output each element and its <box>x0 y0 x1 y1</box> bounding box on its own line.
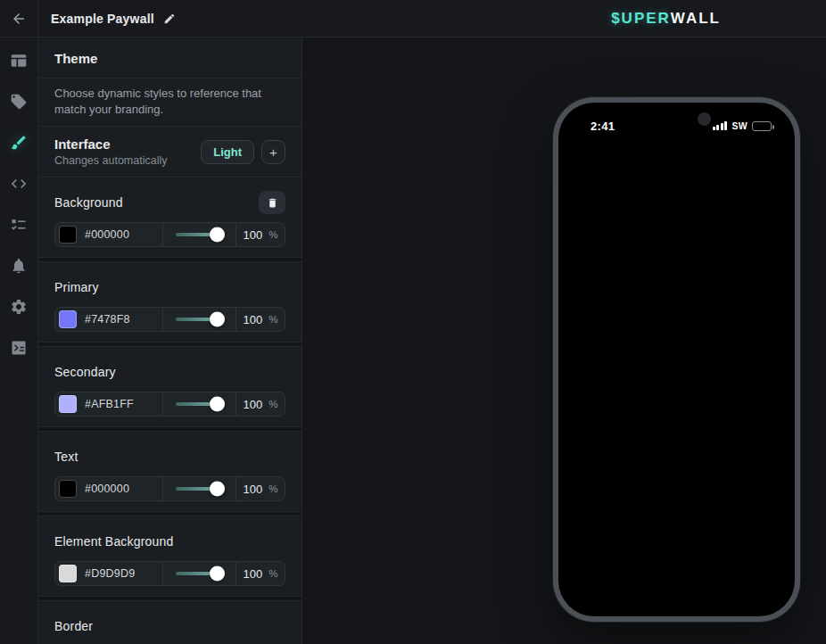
layout-icon <box>10 52 28 70</box>
color-hex-value: #D9D9D9 <box>85 567 135 580</box>
slider-thumb[interactable] <box>210 227 225 243</box>
opacity-slider[interactable] <box>163 308 235 331</box>
opacity-field[interactable]: 100 % <box>236 223 285 246</box>
color-swatch[interactable] <box>59 565 77 582</box>
color-hex-value: #000000 <box>85 483 129 495</box>
sidebar-item-variables[interactable] <box>10 339 28 357</box>
edit-title-button[interactable] <box>163 12 176 25</box>
color-hex-value: #000000 <box>85 228 129 241</box>
code-icon <box>10 175 28 193</box>
color-section: Border #B3B3B3 100 <box>38 601 301 644</box>
color-sections-list: Background #000000 100 <box>38 178 301 644</box>
opacity-field[interactable]: 100 % <box>236 477 285 500</box>
color-control-row: #D9D9D9 100 % <box>54 561 285 586</box>
slider-thumb[interactable] <box>210 397 225 412</box>
color-picker-field[interactable]: #AFB1FF <box>55 392 162 416</box>
slider-thumb[interactable] <box>210 482 225 497</box>
slider-track[interactable] <box>176 402 223 406</box>
color-label: Text <box>54 450 78 464</box>
opacity-value: 100 <box>244 398 263 411</box>
opacity-value: 100 <box>244 567 263 581</box>
add-interface-button[interactable]: + <box>261 140 285 164</box>
color-control-row: #AFB1FF 100 % <box>54 392 285 417</box>
color-control-row: #7478F8 100 % <box>54 307 285 332</box>
color-label: Element Background <box>54 534 174 549</box>
opacity-value: 100 <box>244 313 263 326</box>
slider-thumb[interactable] <box>210 566 225 582</box>
opacity-unit: % <box>268 314 277 325</box>
pencil-icon <box>163 12 176 25</box>
opacity-slider[interactable] <box>163 223 235 246</box>
color-swatch[interactable] <box>59 310 77 328</box>
cellular-signal-icon <box>713 121 728 130</box>
sidebar-item-code[interactable] <box>10 175 28 193</box>
preview-canvas: 2:41 SW <box>302 37 826 644</box>
camera-dot <box>698 112 711 126</box>
top-bar: Example Paywall $UPERWALL <box>0 0 826 37</box>
bell-icon <box>10 257 28 275</box>
opacity-field[interactable]: 100 % <box>236 308 285 331</box>
status-time: 2:41 <box>591 120 615 133</box>
slider-track[interactable] <box>176 233 223 236</box>
logo-prefix: $UPER <box>611 10 671 28</box>
phone-screen[interactable]: 2:41 SW <box>558 103 795 616</box>
interface-label-group: Interface Changes automatically <box>54 136 167 168</box>
back-arrow-icon <box>11 11 27 27</box>
icon-sidebar <box>0 37 38 644</box>
opacity-value: 100 <box>244 483 263 496</box>
opacity-value: 100 <box>244 228 263 242</box>
color-picker-field[interactable]: #D9D9D9 <box>55 562 162 585</box>
sidebar-item-theme[interactable] <box>10 134 28 152</box>
interface-mode-button[interactable]: Light <box>201 140 254 164</box>
gear-icon <box>10 298 28 316</box>
slider-track[interactable] <box>176 572 223 575</box>
back-button[interactable] <box>0 0 38 37</box>
interface-subtitle: Changes automatically <box>54 153 167 168</box>
color-label: Background <box>54 195 123 210</box>
tag-icon <box>10 93 28 111</box>
slider-thumb[interactable] <box>210 312 225 327</box>
color-section: Secondary #AFB1FF 100 <box>38 347 301 427</box>
opacity-slider[interactable] <box>163 392 235 416</box>
theme-panel: Theme Choose dynamic styles to reference… <box>38 37 302 644</box>
color-hex-value: #7478F8 <box>85 313 130 326</box>
opacity-unit: % <box>268 568 277 579</box>
brush-icon <box>10 134 28 152</box>
opacity-slider[interactable] <box>163 477 235 500</box>
battery-icon <box>752 121 772 131</box>
color-picker-field[interactable]: #7478F8 <box>55 308 162 331</box>
color-control-row: #000000 100 % <box>54 476 285 501</box>
sidebar-item-settings[interactable] <box>10 298 28 316</box>
panel-description: Choose dynamic styles to reference that … <box>54 86 285 118</box>
color-label: Secondary <box>54 365 116 379</box>
panel-title: Theme <box>54 51 285 66</box>
sidebar-item-notifications[interactable] <box>10 257 28 275</box>
opacity-slider[interactable] <box>163 562 235 585</box>
opacity-unit: % <box>268 229 277 240</box>
opacity-field[interactable]: 100 % <box>236 392 285 416</box>
sidebar-item-rules[interactable] <box>10 216 28 234</box>
color-swatch[interactable] <box>59 226 77 244</box>
sidebar-item-products[interactable] <box>10 93 28 111</box>
opacity-field[interactable]: 100 % <box>236 562 285 585</box>
color-swatch[interactable] <box>59 395 77 413</box>
color-control-row: #000000 100 % <box>54 222 285 247</box>
color-picker-field[interactable]: #000000 <box>55 477 162 500</box>
page-title: Example Paywall <box>51 12 154 26</box>
slider-track[interactable] <box>176 487 223 491</box>
sidebar-item-layout[interactable] <box>10 52 28 70</box>
color-section: Background #000000 100 <box>38 178 301 258</box>
checklist-icon <box>10 216 28 234</box>
interface-title: Interface <box>54 136 167 153</box>
delete-color-button[interactable] <box>259 191 285 214</box>
color-swatch[interactable] <box>59 480 77 498</box>
color-hex-value: #AFB1FF <box>85 398 134 410</box>
color-picker-field[interactable]: #000000 <box>55 223 162 246</box>
color-section: Element Background #D9D9D9 1 <box>38 516 301 597</box>
battery-nub <box>772 125 774 129</box>
slider-track[interactable] <box>176 318 223 321</box>
terminal-icon <box>10 339 28 357</box>
opacity-unit: % <box>268 399 277 409</box>
opacity-unit: % <box>268 483 277 494</box>
color-label: Primary <box>54 280 99 294</box>
